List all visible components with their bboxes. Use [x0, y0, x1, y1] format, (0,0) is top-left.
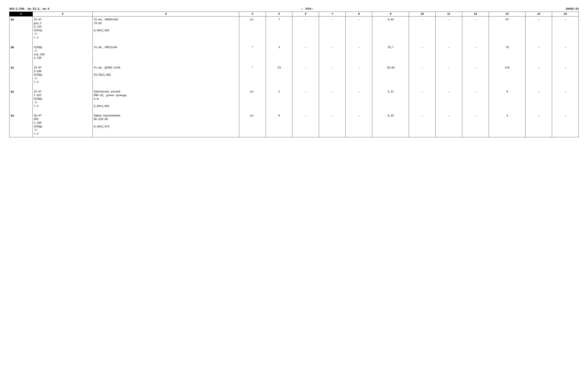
cell-3-13: – — [525, 89, 552, 110]
cell-2-10: – — [436, 64, 462, 86]
cell-3-1: I5-07 I-02I ССРЦЦ- -У т.4 — [33, 89, 92, 110]
cell-0-3: шт. — [239, 17, 266, 41]
cell-2-1: I5-07 3-098 ССРЦЦ- -У т.4 — [33, 64, 92, 86]
col-header-1: 1 — [9, 12, 33, 17]
cell-4-3: шт. — [239, 113, 266, 137]
cell-4-1: Пр-НТ 092 п.465 ССРЦЦ- -У т.4 — [33, 113, 92, 137]
col-header-12: 12 — [462, 12, 489, 17]
cell-1-12: 79 — [489, 44, 525, 61]
spacer-row — [9, 110, 579, 113]
cell-0-5: – — [292, 17, 319, 41]
cell-2-2: То же, ДС002-2х40 I5,55хI,082 — [92, 64, 239, 86]
cell-3-12: 8 — [489, 89, 525, 110]
page-header: 903-I-I99. Ал.I3.2, кн.4 — 369— 19462-53 — [9, 7, 579, 11]
col-header-10: 10 — [409, 12, 436, 17]
cell-4-11: – — [462, 113, 489, 137]
cell-0-4: 7 — [266, 17, 292, 41]
cell-0-12: 67 — [489, 17, 525, 41]
spacer-row — [9, 86, 579, 89]
cell-0-10: – — [436, 17, 462, 41]
cell-4-7: – — [346, 113, 372, 137]
cell-2-5: – — [292, 64, 319, 86]
cell-4-13: – — [525, 113, 552, 137]
cell-4-4: 8 — [266, 113, 292, 137]
col-header-9: 9 — [372, 12, 409, 17]
col-header-8: 8 — [346, 12, 372, 17]
col-header-6: 6 — [292, 12, 319, 17]
cell-2-12: 2I9 — [489, 64, 525, 86]
cell-3-8: 4,II — [372, 89, 409, 110]
cell-2-3: " — [239, 64, 266, 86]
doc-ref: 903-I-I99. Ал.I3.2, кн.4 — [9, 7, 49, 11]
cell-4-2: Лампа накаливания БК-220-60 0,40хI,074 — [92, 113, 239, 137]
col-header-13: 13 — [489, 12, 525, 17]
col-header-15: 15 — [552, 12, 579, 17]
cell-2-4: I3 — [266, 64, 292, 86]
cell-4-8: 0,43 — [372, 113, 409, 137]
cell-2-7: – — [346, 64, 372, 86]
cell-2-6: – — [319, 64, 346, 86]
cell-0-7: – — [346, 17, 372, 41]
cell-0-13: – — [525, 17, 552, 41]
cell-3-9: – — [409, 89, 436, 110]
col-header-2: 2 — [33, 12, 92, 17]
cell-0-0: 29 — [9, 17, 33, 41]
cell-1-5: – — [292, 44, 319, 61]
cell-4-14: – — [552, 113, 579, 137]
cell-0-1: I5-07 доп.I 3-II5 ССРСЦ- -У т.4 — [33, 17, 92, 41]
cell-3-10: – — [436, 89, 462, 110]
main-table: 1 2 3 4 5 6 7 8 9 10 11 12 13 14 15 29I5… — [9, 12, 579, 137]
cell-1-4: 4 — [266, 44, 292, 61]
cell-4-9: – — [409, 113, 436, 137]
cell-4-10: – — [436, 113, 462, 137]
cell-2-9: – — [409, 64, 436, 86]
cell-3-5: – — [292, 89, 319, 110]
cell-3-14: – — [552, 89, 579, 110]
col-header-4: 4 — [239, 12, 266, 17]
cell-4-6: – — [319, 113, 346, 137]
cell-3-11: – — [462, 89, 489, 110]
col-header-7: 7 — [319, 12, 346, 17]
cell-1-6: – — [319, 44, 346, 61]
cell-1-13: – — [525, 44, 552, 61]
col-header-3: 3 — [92, 12, 239, 17]
cell-1-9: – — [409, 44, 436, 61]
cell-1-11: – — [462, 44, 489, 61]
page-number: — 369— — [301, 7, 314, 11]
cell-1-2: То же, ЛПОl2х40 — [92, 44, 239, 61]
table-row: 30ССРЦЦ- -У отр.I84 п.I55То же, ЛПОl2х40… — [9, 44, 579, 61]
column-headers: 1 2 3 4 5 6 7 8 9 10 11 12 13 14 15 — [9, 12, 579, 17]
cell-2-11: – — [462, 64, 489, 86]
table-row: 33Пр-НТ 092 п.465 ССРЦЦ- -У т.4Лампа нак… — [9, 113, 579, 137]
spacer-row — [9, 41, 579, 44]
cell-0-11: – — [462, 17, 489, 41]
cell-0-9: – — [409, 17, 436, 41]
cell-3-2: Светильник ручной РВО-42, длина провода … — [92, 89, 239, 110]
cell-1-14: – — [552, 44, 579, 61]
cell-3-0: 32 — [9, 89, 33, 110]
col-header-11: 11 — [436, 12, 462, 17]
cell-1-8: I9,7 — [372, 44, 409, 61]
table-row: 29I5-07 доп.I 3-II5 ССРСЦ- -У т.4То же, … — [9, 17, 579, 41]
cell-3-3: шт. — [239, 89, 266, 110]
spacer-row — [9, 61, 579, 64]
cell-1-3: " — [239, 44, 266, 61]
cell-0-2: То же, ЛП003х40/ /Н-03 8,90хI,082 — [92, 17, 239, 41]
cell-1-1: ССРЦЦ- -У отр.I84 п.I55 — [33, 44, 92, 61]
cell-2-8: I6,83 — [372, 64, 409, 86]
cell-2-14: – — [552, 64, 579, 86]
cell-1-0: 30 — [9, 44, 33, 61]
cell-2-0: 3I — [9, 64, 33, 86]
cell-3-6: – — [319, 89, 346, 110]
cell-2-13: – — [525, 64, 552, 86]
cell-4-0: 33 — [9, 113, 33, 137]
doc-number: 19462-53 — [566, 7, 579, 11]
table-row: 32I5-07 I-02I ССРЦЦ- -У т.4Светильник ру… — [9, 89, 579, 110]
cell-4-5: – — [292, 113, 319, 137]
cell-3-7: – — [346, 89, 372, 110]
cell-0-8: 9,63 — [372, 17, 409, 41]
cell-0-6: – — [319, 17, 346, 41]
cell-0-14: – — [552, 17, 579, 41]
table-row: 3II5-07 3-098 ССРЦЦ- -У т.4То же, ДС002-… — [9, 64, 579, 86]
cell-3-4: 2 — [266, 89, 292, 110]
